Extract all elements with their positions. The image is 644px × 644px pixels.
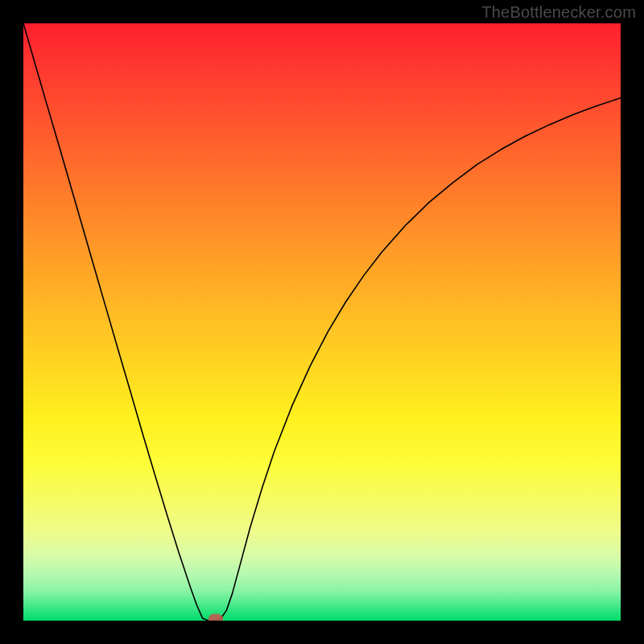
optimal-point-marker [208,613,223,621]
watermark-text: TheBottlenecker.com [481,3,636,22]
curve-layer [23,23,621,621]
plot-area [23,23,621,621]
chart-frame: TheBottlenecker.com [0,0,644,644]
bottleneck-curve [23,23,621,621]
